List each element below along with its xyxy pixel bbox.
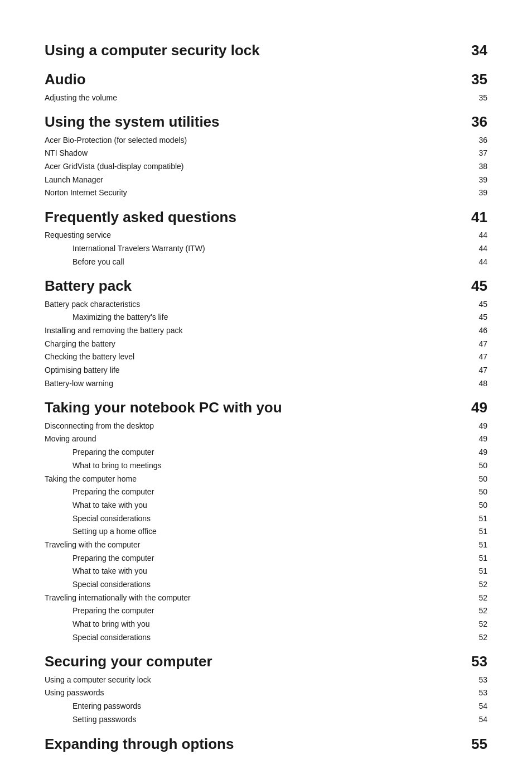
toc-title: International Travelers Warranty (ITW) — [45, 243, 465, 255]
toc-entry: Setting passwords54 — [45, 714, 487, 726]
toc-page: 52 — [465, 592, 487, 604]
toc-entry: Audio35 — [45, 63, 487, 90]
toc-title: Norton Internet Security — [45, 187, 465, 199]
toc-page: 51 — [465, 526, 487, 538]
toc-title: Taking the computer home — [45, 473, 465, 486]
toc-entry: What to take with you51 — [45, 565, 487, 578]
toc-entry: Securing your computer53 — [45, 645, 487, 672]
toc-entry: Special considerations51 — [45, 513, 487, 525]
toc-page: 39 — [465, 187, 487, 199]
toc-entry: What to bring to meetings50 — [45, 460, 487, 472]
toc-page: 52 — [465, 618, 487, 631]
toc-title: Before you call — [45, 256, 465, 268]
toc-page: 49 — [465, 446, 487, 459]
toc-title: Preparing the computer — [45, 552, 465, 565]
toc-entry: Using the system utilities36 — [45, 105, 487, 133]
toc-entry: Taking the computer home50 — [45, 473, 487, 486]
toc-page: 52 — [465, 579, 487, 591]
toc-entry: Norton Internet Security39 — [45, 187, 487, 199]
toc-title: Adjusting the volume — [45, 92, 465, 104]
toc-title: Charging the battery — [45, 338, 465, 350]
toc-page: 44 — [465, 243, 487, 255]
toc-title: Special considerations — [45, 513, 465, 525]
toc-title: Optimising battery life — [45, 364, 465, 377]
toc-page: 44 — [465, 256, 487, 268]
toc-title: Special considerations — [45, 579, 465, 591]
toc-title: Acer GridVista (dual-display compatible) — [45, 161, 465, 173]
toc-page: 36 — [465, 110, 487, 133]
toc-page: 34 — [465, 39, 487, 61]
toc-title: Audio — [45, 68, 465, 90]
toc-page: 47 — [465, 351, 487, 363]
toc-entry: Checking the battery level47 — [45, 351, 487, 363]
toc-title: Battery pack — [45, 275, 465, 297]
toc-entry: Special considerations52 — [45, 579, 487, 591]
toc-entry: Preparing the computer52 — [45, 605, 487, 617]
toc-entry: Requesting service44 — [45, 229, 487, 242]
toc-entry: Using passwords53 — [45, 687, 487, 699]
toc-title: Requesting service — [45, 229, 465, 242]
toc-title: Taking your notebook PC with you — [45, 396, 465, 419]
toc-page: 37 — [465, 147, 487, 160]
toc-page: 35 — [465, 92, 487, 104]
toc-title: Moving around — [45, 433, 465, 445]
toc-title: Entering passwords — [45, 700, 465, 713]
toc-title: Using a computer security lock — [45, 674, 465, 686]
toc-title: Using passwords — [45, 687, 465, 699]
toc-page: 49 — [465, 396, 487, 419]
toc-title: Battery-low warning — [45, 378, 465, 390]
toc-page: 49 — [465, 433, 487, 445]
toc-title: Using the system utilities — [45, 110, 465, 133]
toc-page: 55 — [465, 733, 487, 755]
toc-page: 41 — [465, 206, 487, 228]
toc-title: Setting up a home office — [45, 526, 465, 538]
toc-page: 45 — [465, 311, 487, 324]
toc-page: 45 — [465, 299, 487, 311]
toc-title: What to bring to meetings — [45, 460, 465, 472]
toc-title: Preparing the computer — [45, 486, 465, 498]
toc-entry: NTI Shadow37 — [45, 147, 487, 160]
toc-page: 39 — [465, 174, 487, 186]
toc-entry: Battery-low warning48 — [45, 378, 487, 390]
toc-title: What to bring with you — [45, 618, 465, 631]
toc-entry: Moving around49 — [45, 433, 487, 445]
toc-entry: What to bring with you52 — [45, 618, 487, 631]
toc-container: Using a computer security lock34Audio35A… — [45, 33, 487, 755]
toc-page: 52 — [465, 632, 487, 644]
toc-page: 54 — [465, 714, 487, 726]
toc-page: 48 — [465, 378, 487, 390]
toc-page: 35 — [465, 68, 487, 90]
toc-title: Launch Manager — [45, 174, 465, 186]
toc-page: 50 — [465, 499, 487, 512]
toc-title: Using a computer security lock — [45, 39, 465, 61]
toc-page: 53 — [465, 687, 487, 699]
toc-entry: Charging the battery47 — [45, 338, 487, 350]
toc-entry: Using a computer security lock53 — [45, 674, 487, 686]
toc-page: 51 — [465, 565, 487, 578]
toc-entry: Disconnecting from the desktop49 — [45, 420, 487, 433]
toc-title: Maximizing the battery's life — [45, 311, 465, 324]
toc-page: 51 — [465, 513, 487, 525]
toc-entry: Preparing the computer49 — [45, 446, 487, 459]
toc-title: What to take with you — [45, 565, 465, 578]
toc-page: 50 — [465, 473, 487, 486]
toc-entry: Optimising battery life47 — [45, 364, 487, 377]
toc-title: Frequently asked questions — [45, 206, 465, 228]
toc-entry: Preparing the computer51 — [45, 552, 487, 565]
toc-entry: Setting up a home office51 — [45, 526, 487, 538]
toc-entry: International Travelers Warranty (ITW)44 — [45, 243, 487, 255]
toc-title: Installing and removing the battery pack — [45, 325, 465, 337]
toc-entry: Acer Bio-Protection (for selected models… — [45, 134, 487, 147]
toc-entry: What to take with you50 — [45, 499, 487, 512]
toc-title: Checking the battery level — [45, 351, 465, 363]
toc-page: 54 — [465, 700, 487, 713]
toc-title: Preparing the computer — [45, 605, 465, 617]
toc-title: Battery pack characteristics — [45, 299, 465, 311]
toc-entry: Installing and removing the battery pack… — [45, 325, 487, 337]
toc-entry: Using a computer security lock34 — [45, 33, 487, 61]
toc-entry: Traveling with the computer51 — [45, 539, 487, 551]
toc-title: What to take with you — [45, 499, 465, 512]
toc-title: Setting passwords — [45, 714, 465, 726]
toc-title: Expanding through options — [45, 733, 465, 755]
toc-entry: Acer GridVista (dual-display compatible)… — [45, 161, 487, 173]
